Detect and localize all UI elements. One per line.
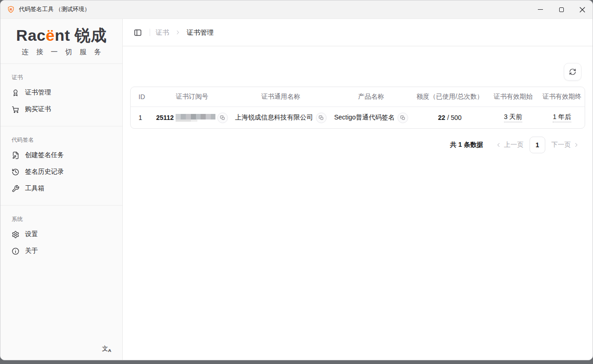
maximize-icon <box>559 7 564 12</box>
subscription-number: 25112 <box>156 114 174 121</box>
column-header-quota: 额度（已使用/总次数） <box>411 93 489 101</box>
svg-text:R: R <box>10 7 13 12</box>
history-icon <box>12 168 19 176</box>
sidebar-item-label: 设置 <box>25 230 38 238</box>
maximize-button[interactable] <box>551 0 572 19</box>
award-icon <box>12 89 19 97</box>
copy-subscription-button[interactable] <box>217 113 228 123</box>
column-header-valid-from: 证书有效期始 <box>489 93 537 101</box>
cell-product: Sectigo普通代码签名 <box>331 113 411 123</box>
nav-section-code-signing: 代码签名 创建签名任务 签名历史记录 <box>0 126 122 205</box>
copy-icon <box>319 115 324 120</box>
main-panel: 证书 证书管理 ID <box>123 19 593 360</box>
title-bar: R 代码签名工具 （测试环境） <box>0 0 593 19</box>
window-title: 代码签名工具 （测试环境） <box>19 6 90 13</box>
close-icon <box>580 7 585 13</box>
table-header-row: ID 证书订阅号 证书通用名称 产品名称 额度（已使用/总次数） 证书有效期始 … <box>131 87 585 107</box>
sidebar-item-label: 购买证书 <box>25 105 51 113</box>
cell-subscription: 25112 <box>154 113 230 123</box>
common-name-text: 上海锐成信息科技有限公司 <box>235 113 313 122</box>
sidebar-item-buy-cert[interactable]: 购买证书 <box>0 101 122 118</box>
brand-suffix: nt <box>55 26 70 44</box>
brand-accent: ë <box>46 26 55 44</box>
translate-icon: 文A <box>102 345 111 352</box>
brand-wordmark: Racënt 锐成 <box>0 25 122 45</box>
copy-icon <box>400 115 405 120</box>
cell-quota: 22 / 500 <box>411 114 489 121</box>
sidebar-item-label: 关于 <box>25 247 38 255</box>
app-window: R 代码签名工具 （测试环境） Racënt 锐成 连 接 一 切 服 务 <box>0 0 593 360</box>
certificates-table: ID 证书订阅号 证书通用名称 产品名称 额度（已使用/总次数） 证书有效期始 … <box>130 87 585 129</box>
sidebar-item-cert-management[interactable]: 证书管理 <box>0 84 122 101</box>
nav-section-label: 证书 <box>0 74 122 82</box>
copy-common-name-button[interactable] <box>316 113 327 123</box>
refresh-button[interactable] <box>564 63 581 81</box>
language-toggle-button[interactable]: 文A <box>102 345 111 351</box>
pagination: 共 1 条数据 上一页 1 下一页 <box>130 137 580 153</box>
next-page-label: 下一页 <box>551 141 571 149</box>
brand-tagline: 连 接 一 切 服 务 <box>0 48 122 56</box>
gear-icon <box>12 231 19 238</box>
sidebar-item-label: 签名历史记录 <box>25 168 64 176</box>
cell-id: 1 <box>131 114 154 121</box>
chevron-right-icon <box>573 142 580 148</box>
info-icon <box>12 247 19 255</box>
cell-valid-from: 3 天前 <box>489 113 537 122</box>
sidebar-item-toolbox[interactable]: 工具箱 <box>0 180 122 197</box>
sidebar-item-label: 工具箱 <box>25 184 44 193</box>
minimize-icon <box>538 9 543 10</box>
panel-left-icon <box>133 28 142 37</box>
minimize-button[interactable] <box>530 0 551 19</box>
sidebar: Racënt 锐成 连 接 一 切 服 务 证书 证书管理 <box>0 19 123 360</box>
sidebar-item-label: 证书管理 <box>25 88 51 97</box>
nav-section-system: 系统 设置 关于 <box>0 205 122 268</box>
copy-product-button[interactable] <box>397 113 408 123</box>
valid-from-text: 3 天前 <box>504 113 523 122</box>
toolbar <box>130 63 585 81</box>
sidebar-item-about[interactable]: 关于 <box>0 243 122 259</box>
breadcrumb-current: 证书管理 <box>187 28 214 37</box>
quota-used: 22 <box>438 114 446 121</box>
quota-total: 500 <box>451 114 461 121</box>
brand-logo: Racënt 锐成 连 接 一 切 服 务 <box>0 19 122 64</box>
breadcrumb: 证书 证书管理 <box>123 19 593 46</box>
column-header-subscription: 证书订阅号 <box>154 93 230 101</box>
close-button[interactable] <box>572 0 593 19</box>
pagination-total: 共 1 条数据 <box>450 141 483 149</box>
cell-valid-to: 1 年后 <box>537 113 585 122</box>
column-header-product: 产品名称 <box>331 93 411 101</box>
cart-icon <box>12 106 19 113</box>
next-page-button[interactable]: 下一页 <box>551 141 580 149</box>
redacted-subscription-number <box>176 114 215 122</box>
prev-page-label: 上一页 <box>504 141 524 149</box>
file-signature-icon <box>12 151 19 159</box>
valid-to-text: 1 年后 <box>553 113 571 122</box>
chevron-left-icon <box>495 142 502 148</box>
refresh-icon <box>569 68 576 75</box>
sidebar-item-settings[interactable]: 设置 <box>0 226 122 243</box>
sidebar-item-label: 创建签名任务 <box>25 151 64 159</box>
cell-common-name: 上海锐成信息科技有限公司 <box>230 113 331 123</box>
column-header-valid-to: 证书有效期终 <box>537 93 585 101</box>
sidebar-item-sign-history[interactable]: 签名历史记录 <box>0 163 122 180</box>
brand-chinese: 锐成 <box>75 26 107 44</box>
nav-section-certificates: 证书 证书管理 购买证书 <box>0 64 122 126</box>
copy-icon <box>220 115 225 120</box>
nav-section-label: 代码签名 <box>0 136 122 144</box>
shield-r-icon: R <box>7 6 15 13</box>
brand-prefix: Rac <box>16 26 46 44</box>
quota-separator: / <box>447 114 449 121</box>
sidebar-toggle-button[interactable] <box>131 26 144 39</box>
breadcrumb-divider <box>150 29 150 36</box>
content-area: ID 证书订阅号 证书通用名称 产品名称 额度（已使用/总次数） 证书有效期始 … <box>123 46 593 360</box>
prev-page-button[interactable]: 上一页 <box>495 141 524 149</box>
nav-section-label: 系统 <box>0 215 122 223</box>
page-number-button[interactable]: 1 <box>530 137 545 153</box>
wrench-icon <box>12 185 19 193</box>
column-header-id: ID <box>131 93 154 100</box>
sidebar-item-create-sign-task[interactable]: 创建签名任务 <box>0 147 122 163</box>
column-header-common-name: 证书通用名称 <box>230 93 331 101</box>
breadcrumb-parent[interactable]: 证书 <box>156 28 169 37</box>
chevron-right-icon <box>175 29 181 36</box>
product-name-text: Sectigo普通代码签名 <box>334 113 395 122</box>
